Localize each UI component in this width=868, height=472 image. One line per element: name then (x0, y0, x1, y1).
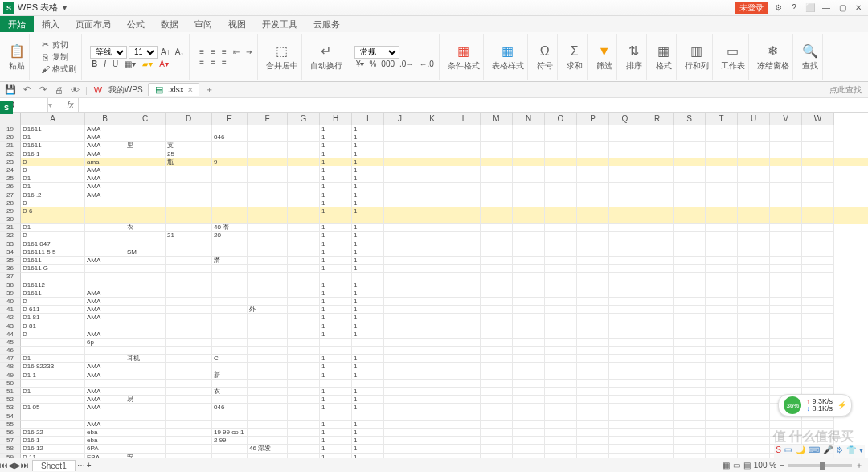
cell[interactable] (641, 248, 674, 257)
cell[interactable] (641, 183, 674, 191)
cell[interactable] (802, 289, 834, 298)
cell[interactable] (288, 191, 320, 199)
cell[interactable] (352, 347, 384, 355)
cell[interactable] (384, 330, 416, 339)
cell[interactable] (545, 183, 577, 191)
cell[interactable] (320, 380, 352, 388)
cell[interactable] (738, 125, 770, 133)
cell[interactable]: 1 (352, 404, 384, 412)
cell[interactable]: 1 (352, 421, 384, 429)
cell[interactable] (166, 224, 212, 232)
cell[interactable] (416, 380, 448, 388)
cell[interactable] (738, 380, 770, 388)
cell[interactable] (166, 207, 212, 215)
cell[interactable] (288, 421, 320, 429)
cell[interactable]: D (21, 199, 85, 207)
cell[interactable] (706, 445, 738, 453)
cell[interactable] (384, 380, 416, 388)
cell[interactable]: 易 (125, 396, 166, 404)
dec-inc-button[interactable]: .0→ (398, 60, 416, 68)
cell[interactable] (448, 207, 481, 215)
cell[interactable] (770, 125, 802, 133)
cell[interactable]: 1 (352, 330, 384, 339)
cell[interactable] (706, 412, 738, 421)
copy-button[interactable]: ⎘复制 (38, 51, 70, 63)
tab-data[interactable]: 数据 (153, 16, 186, 32)
cell[interactable] (641, 339, 674, 347)
cell[interactable] (448, 437, 481, 445)
cell[interactable] (802, 306, 834, 314)
cell[interactable] (384, 396, 416, 404)
cell[interactable] (545, 371, 577, 380)
cell[interactable] (125, 437, 166, 445)
cell[interactable] (545, 445, 577, 453)
cell[interactable] (609, 240, 641, 248)
cell[interactable] (166, 166, 212, 174)
cell[interactable] (448, 421, 481, 429)
cell[interactable]: AMA (85, 388, 125, 396)
cell[interactable] (416, 142, 448, 150)
column-header[interactable]: O (545, 113, 577, 125)
cell[interactable] (125, 265, 166, 273)
cell[interactable]: D16 12 (21, 445, 85, 453)
cell[interactable] (641, 322, 674, 330)
number-format-select[interactable]: 常规 (354, 46, 399, 59)
cell[interactable] (248, 322, 288, 330)
cell[interactable] (21, 215, 85, 224)
merge-button[interactable]: ⬚合并居中 (266, 43, 298, 72)
cell[interactable] (166, 380, 212, 388)
cell[interactable] (481, 240, 513, 248)
cell[interactable] (481, 339, 513, 347)
cell[interactable] (545, 404, 577, 412)
cell[interactable] (481, 191, 513, 199)
cell[interactable] (770, 371, 802, 380)
cell[interactable] (706, 248, 738, 257)
cell[interactable] (674, 298, 706, 306)
cell[interactable] (416, 215, 448, 224)
tab-dev[interactable]: 开发工具 (254, 16, 305, 32)
cell[interactable] (288, 396, 320, 404)
cell[interactable] (738, 142, 770, 150)
cell[interactable] (166, 363, 212, 371)
row-header[interactable]: 22 (0, 150, 21, 158)
cell[interactable] (545, 191, 577, 199)
column-header[interactable]: U (738, 113, 770, 125)
cell[interactable] (212, 363, 248, 371)
cell[interactable] (125, 273, 166, 281)
cell[interactable] (577, 199, 609, 207)
cell[interactable] (448, 289, 481, 298)
cell[interactable] (288, 363, 320, 371)
cell[interactable] (770, 298, 802, 306)
cell[interactable] (481, 125, 513, 133)
cell[interactable] (21, 273, 85, 281)
cell[interactable] (641, 289, 674, 298)
cell[interactable] (513, 281, 545, 289)
cell[interactable] (212, 174, 248, 183)
cell[interactable] (641, 265, 674, 273)
cell[interactable] (577, 248, 609, 257)
cell[interactable] (384, 158, 416, 166)
cell[interactable] (352, 412, 384, 421)
cell[interactable] (481, 289, 513, 298)
cell[interactable] (166, 330, 212, 339)
cell[interactable] (212, 142, 248, 150)
cell[interactable] (706, 289, 738, 298)
cell[interactable] (641, 412, 674, 421)
cell[interactable] (125, 445, 166, 453)
cell[interactable] (384, 445, 416, 453)
cell[interactable]: 1 (352, 207, 384, 215)
cell[interactable] (577, 322, 609, 330)
cell[interactable] (288, 133, 320, 142)
cell[interactable] (674, 363, 706, 371)
cell[interactable]: 衣 (125, 224, 166, 232)
cell[interactable] (384, 281, 416, 289)
cell[interactable] (513, 429, 545, 437)
cell[interactable] (545, 166, 577, 174)
cell[interactable] (802, 314, 834, 322)
cell[interactable] (248, 404, 288, 412)
cell[interactable] (738, 174, 770, 183)
cell[interactable]: D (21, 232, 85, 240)
row-header[interactable]: 37 (0, 273, 21, 281)
cell[interactable] (21, 412, 85, 421)
cell[interactable]: 1 (320, 166, 352, 174)
